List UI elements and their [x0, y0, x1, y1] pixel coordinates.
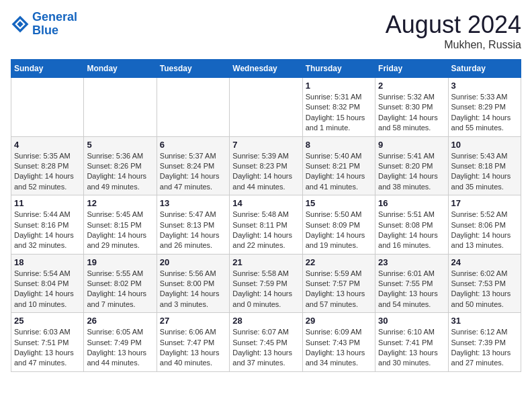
sunset: Sunset: 7:51 PM	[14, 338, 69, 347]
calendar-cell: 25 Sunrise: 6:03 AM Sunset: 7:51 PM Dayl…	[11, 313, 84, 372]
calendar-table: SundayMondayTuesdayWednesdayThursdayFrid…	[11, 59, 521, 372]
day-number: 11	[14, 198, 81, 208]
calendar-cell: 5 Sunrise: 5:36 AM Sunset: 8:26 PM Dayli…	[84, 136, 157, 195]
daylight: Daylight: 13 hours and 30 minutes.	[378, 349, 438, 367]
daylight: Daylight: 14 hours and 47 minutes.	[160, 172, 220, 190]
day-number: 6	[160, 140, 226, 150]
sunrise: Sunrise: 5:31 AM	[306, 93, 362, 101]
daylight: Daylight: 13 hours and 34 minutes.	[306, 349, 365, 367]
day-header: Saturday	[448, 60, 521, 78]
sunrise: Sunrise: 5:43 AM	[451, 152, 508, 160]
day-info: Sunrise: 5:50 AM Sunset: 8:09 PM Dayligh…	[306, 210, 372, 251]
day-info: Sunrise: 5:55 AM Sunset: 8:02 PM Dayligh…	[87, 269, 153, 310]
day-info: Sunrise: 5:45 AM Sunset: 8:15 PM Dayligh…	[87, 210, 153, 251]
calendar-cell: 22 Sunrise: 5:59 AM Sunset: 7:57 PM Dayl…	[302, 254, 375, 313]
day-number: 31	[451, 316, 518, 326]
daylight: Daylight: 13 hours and 47 minutes.	[14, 349, 74, 367]
sunset: Sunset: 8:08 PM	[378, 221, 433, 229]
sunset: Sunset: 8:29 PM	[451, 103, 506, 111]
day-number: 8	[306, 140, 372, 150]
daylight: Daylight: 14 hours and 13 minutes.	[451, 231, 511, 249]
day-info: Sunrise: 6:09 AM Sunset: 7:43 PM Dayligh…	[306, 327, 372, 369]
day-number: 3	[451, 81, 518, 91]
sunrise: Sunrise: 5:58 AM	[232, 269, 289, 277]
logo-icon	[11, 15, 30, 34]
day-info: Sunrise: 5:43 AM Sunset: 8:18 PM Dayligh…	[451, 151, 518, 193]
day-header: Wednesday	[230, 60, 302, 78]
sunrise: Sunrise: 5:47 AM	[160, 210, 216, 218]
sunrise: Sunrise: 5:45 AM	[87, 210, 143, 218]
calendar-cell: 20 Sunrise: 5:56 AM Sunset: 8:00 PM Dayl…	[157, 254, 229, 313]
day-info: Sunrise: 5:41 AM Sunset: 8:20 PM Dayligh…	[378, 151, 445, 193]
calendar-cell: 3 Sunrise: 5:33 AM Sunset: 8:29 PM Dayli…	[448, 78, 521, 137]
day-number: 23	[378, 257, 445, 267]
day-info: Sunrise: 6:01 AM Sunset: 7:55 PM Dayligh…	[378, 269, 445, 310]
sunset: Sunset: 8:24 PM	[160, 162, 214, 170]
daylight: Daylight: 13 hours and 27 minutes.	[451, 349, 511, 367]
page-header: General Blue August 2024 Mukhen, Russia	[11, 11, 521, 51]
daylight: Daylight: 13 hours and 44 minutes.	[87, 349, 146, 367]
daylight: Daylight: 13 hours and 57 minutes.	[306, 289, 365, 308]
sunrise: Sunrise: 6:03 AM	[14, 328, 71, 336]
daylight: Daylight: 14 hours and 49 minutes.	[87, 172, 146, 190]
sunrise: Sunrise: 6:02 AM	[451, 269, 508, 277]
sunset: Sunset: 8:26 PM	[87, 162, 141, 170]
sunset: Sunset: 8:18 PM	[451, 162, 506, 170]
sunrise: Sunrise: 5:40 AM	[306, 152, 362, 160]
calendar-cell: 18 Sunrise: 5:54 AM Sunset: 8:04 PM Dayl…	[11, 254, 84, 313]
sunset: Sunset: 7:55 PM	[378, 279, 433, 287]
day-info: Sunrise: 5:51 AM Sunset: 8:08 PM Dayligh…	[378, 210, 445, 251]
day-info: Sunrise: 5:32 AM Sunset: 8:30 PM Dayligh…	[378, 92, 445, 134]
sunrise: Sunrise: 5:33 AM	[451, 93, 508, 101]
daylight: Daylight: 14 hours and 44 minutes.	[232, 172, 292, 190]
month-year: August 2024	[386, 11, 521, 39]
day-number: 21	[232, 257, 299, 267]
sunset: Sunset: 7:57 PM	[306, 279, 360, 287]
day-number: 30	[378, 316, 445, 326]
daylight: Daylight: 14 hours and 41 minutes.	[306, 172, 365, 190]
daylight: Daylight: 14 hours and 16 minutes.	[378, 231, 438, 249]
daylight: Daylight: 15 hours and 1 minute.	[306, 113, 365, 132]
sunset: Sunset: 8:21 PM	[306, 162, 360, 170]
day-header: Monday	[84, 60, 157, 78]
calendar-cell: 6 Sunrise: 5:37 AM Sunset: 8:24 PM Dayli…	[157, 136, 229, 195]
sunset: Sunset: 7:39 PM	[451, 338, 506, 347]
day-info: Sunrise: 5:40 AM Sunset: 8:21 PM Dayligh…	[306, 151, 372, 193]
calendar-cell	[84, 78, 157, 137]
calendar-week-row: 4 Sunrise: 5:35 AM Sunset: 8:28 PM Dayli…	[11, 136, 521, 195]
day-info: Sunrise: 5:59 AM Sunset: 7:57 PM Dayligh…	[306, 269, 372, 310]
calendar-cell: 2 Sunrise: 5:32 AM Sunset: 8:30 PM Dayli…	[375, 78, 448, 137]
calendar-cell: 26 Sunrise: 6:05 AM Sunset: 7:49 PM Dayl…	[84, 313, 157, 372]
sunrise: Sunrise: 5:59 AM	[306, 269, 362, 277]
daylight: Daylight: 14 hours and 55 minutes.	[451, 113, 511, 132]
day-info: Sunrise: 6:06 AM Sunset: 7:47 PM Dayligh…	[160, 327, 226, 369]
sunset: Sunset: 7:43 PM	[306, 338, 360, 347]
day-number: 1	[306, 81, 372, 91]
daylight: Daylight: 14 hours and 52 minutes.	[14, 172, 74, 190]
day-number: 9	[378, 140, 445, 150]
title-block: August 2024 Mukhen, Russia	[386, 11, 521, 51]
calendar-cell: 11 Sunrise: 5:44 AM Sunset: 8:16 PM Dayl…	[11, 195, 84, 255]
calendar-cell: 10 Sunrise: 5:43 AM Sunset: 8:18 PM Dayl…	[448, 136, 521, 195]
day-info: Sunrise: 5:44 AM Sunset: 8:16 PM Dayligh…	[14, 210, 81, 251]
calendar-cell: 23 Sunrise: 6:01 AM Sunset: 7:55 PM Dayl…	[375, 254, 448, 313]
day-header: Tuesday	[157, 60, 229, 78]
daylight: Daylight: 14 hours and 7 minutes.	[87, 289, 146, 308]
logo-text: General Blue	[32, 11, 77, 38]
day-number: 13	[160, 198, 226, 208]
sunset: Sunset: 8:16 PM	[14, 221, 69, 229]
day-number: 18	[14, 257, 81, 267]
sunrise: Sunrise: 5:36 AM	[87, 152, 143, 160]
sunset: Sunset: 7:47 PM	[160, 338, 214, 347]
day-number: 2	[378, 81, 445, 91]
day-info: Sunrise: 5:54 AM Sunset: 8:04 PM Dayligh…	[14, 269, 81, 310]
sunset: Sunset: 8:15 PM	[87, 221, 141, 229]
daylight: Daylight: 14 hours and 29 minutes.	[87, 231, 146, 249]
calendar-cell	[157, 78, 229, 137]
sunrise: Sunrise: 5:51 AM	[378, 210, 435, 218]
calendar-cell: 12 Sunrise: 5:45 AM Sunset: 8:15 PM Dayl…	[84, 195, 157, 255]
day-info: Sunrise: 6:03 AM Sunset: 7:51 PM Dayligh…	[14, 327, 81, 369]
day-header: Sunday	[11, 60, 84, 78]
day-number: 7	[232, 140, 299, 150]
calendar-cell	[11, 78, 84, 137]
